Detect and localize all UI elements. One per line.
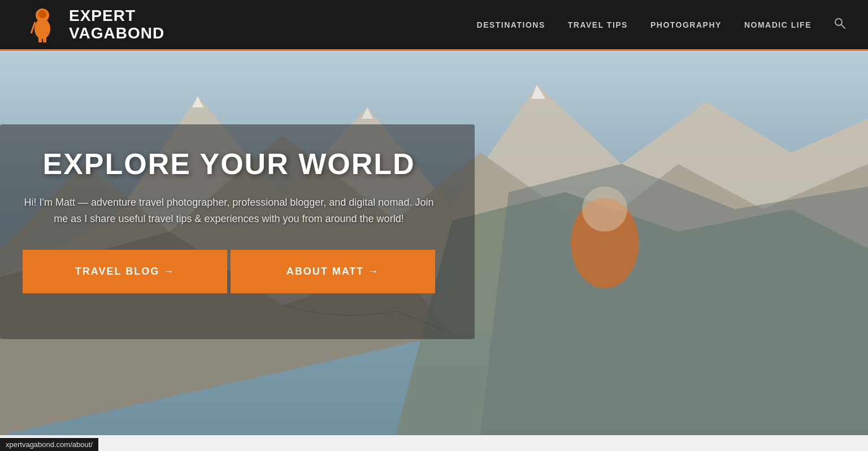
url-bar: xpertvagabond.com/about/ bbox=[0, 438, 98, 451]
hero-buttons: TRAVEL BLOG → ABOUT MATT → bbox=[23, 250, 435, 293]
site-logo-text: EXPERT VAGABOND bbox=[69, 7, 164, 42]
logo-icon bbox=[23, 5, 62, 45]
site-header: EXPERT VAGABOND DESTINATIONS TRAVEL TIPS… bbox=[0, 0, 868, 51]
hero-section: EXPLORE YOUR WORLD Hi! I'm Matt — advent… bbox=[0, 51, 868, 435]
hero-title: EXPLORE YOUR WORLD bbox=[23, 147, 435, 181]
svg-point-18 bbox=[582, 187, 627, 232]
search-button[interactable] bbox=[834, 18, 845, 32]
about-matt-button[interactable]: ABOUT MATT → bbox=[231, 250, 435, 293]
svg-rect-3 bbox=[43, 36, 46, 42]
svg-marker-16 bbox=[480, 164, 868, 435]
hero-subtitle: Hi! I'm Matt — adventure travel photogra… bbox=[23, 194, 435, 227]
nav-photography[interactable]: PHOTOGRAPHY bbox=[650, 20, 722, 29]
svg-point-1 bbox=[34, 19, 50, 39]
main-nav: DESTINATIONS TRAVEL TIPS PHOTOGRAPHY NOM… bbox=[477, 18, 845, 32]
svg-line-7 bbox=[841, 25, 845, 28]
nav-destinations[interactable]: DESTINATIONS bbox=[477, 20, 545, 29]
svg-line-5 bbox=[31, 22, 35, 33]
svg-rect-2 bbox=[38, 36, 42, 42]
hero-content: EXPLORE YOUR WORLD Hi! I'm Matt — advent… bbox=[0, 124, 463, 316]
svg-point-4 bbox=[38, 10, 46, 18]
travel-blog-button[interactable]: TRAVEL BLOG → bbox=[23, 250, 227, 293]
logo-area[interactable]: EXPERT VAGABOND bbox=[23, 5, 164, 45]
nav-nomadic-life[interactable]: NOMADIC LIFE bbox=[744, 20, 811, 29]
logos-bar: NATIONALGEOGRAPHIC lonely planet travel … bbox=[0, 435, 868, 451]
search-icon bbox=[834, 18, 845, 29]
nav-travel-tips[interactable]: TRAVEL TIPS bbox=[568, 20, 628, 29]
svg-point-6 bbox=[835, 19, 842, 25]
